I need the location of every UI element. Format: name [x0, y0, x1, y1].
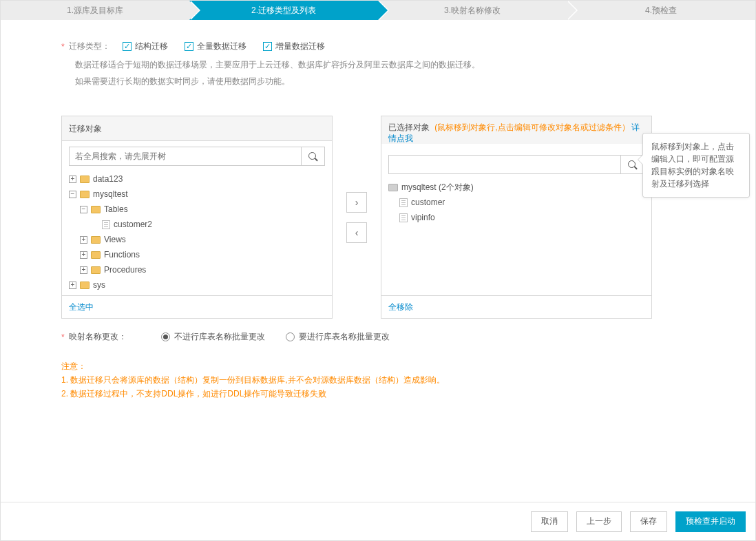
target-node-vipinfo[interactable]: vipinfo: [388, 210, 644, 225]
description-line-1: 数据迁移适合于短期的数据迁移场景，主要应用于上云迁移、数据库扩容拆分及阿里云数据…: [75, 58, 695, 72]
folder-icon: [91, 266, 101, 274]
move-left-button[interactable]: ‹: [346, 222, 367, 243]
step-3[interactable]: 3.映射名称修改: [378, 1, 567, 20]
search-icon: [628, 160, 637, 169]
footer-bar: 取消 上一步 保存 预检查并启动: [1, 502, 755, 540]
target-node-db[interactable]: mysqltest (2个对象): [388, 180, 644, 195]
expand-icon[interactable]: +: [80, 266, 87, 274]
rename-row: *映射名称更改： 不进行库表名称批量更改 要进行库表名称批量更改: [61, 331, 695, 343]
rename-label: 映射名称更改：: [69, 331, 127, 343]
target-panel-hint: (鼠标移到对象行,点击编辑可修改对象名或过滤条件）: [434, 123, 629, 132]
target-panel-title: 已选择对象: [388, 123, 430, 132]
required-mark: *: [61, 42, 65, 52]
check-icon: ✓: [123, 42, 132, 51]
check-icon: ✓: [185, 42, 193, 51]
folder-icon: [91, 236, 101, 244]
folder-icon: [91, 206, 101, 213]
radio-icon: [161, 332, 170, 341]
notice-line-2: 2. 数据迁移过程中，不支持DDL操作，如进行DDL操作可能导致迁移失败: [61, 387, 695, 401]
migration-type-label: 迁移类型：: [69, 41, 110, 52]
transfer-buttons: › ‹: [333, 116, 381, 319]
save-button[interactable]: 保存: [630, 511, 667, 532]
folder-icon: [80, 176, 90, 183]
expand-icon[interactable]: +: [69, 282, 76, 289]
remove-all-link[interactable]: 全移除: [388, 302, 413, 312]
checkbox-incremental[interactable]: ✓增量数据迁移: [263, 41, 325, 52]
radio-no-rename[interactable]: 不进行库表名称批量更改: [161, 331, 265, 343]
notice-title: 注意：: [61, 359, 695, 373]
step-2[interactable]: 2.迁移类型及列表: [189, 1, 378, 20]
radio-icon: [286, 332, 295, 341]
table-icon: [399, 213, 408, 222]
precheck-button[interactable]: 预检查并启动: [675, 511, 746, 532]
check-icon: ✓: [263, 42, 272, 51]
notice-line-1: 1. 数据迁移只会将源库的数据（结构）复制一份到目标数据库,并不会对源数据库数据…: [61, 373, 695, 387]
source-tree: +data123 −mysqltest −Tables customer2 +V…: [62, 171, 332, 295]
tree-node-sys[interactable]: +sys: [69, 277, 325, 293]
collapse-icon[interactable]: −: [69, 191, 76, 198]
notice-block: 注意： 1. 数据迁移只会将源库的数据（结构）复制一份到目标数据库,并不会对源数…: [61, 359, 695, 401]
tree-node-functions[interactable]: +Functions: [69, 247, 325, 262]
tree-node-views[interactable]: +Views: [69, 232, 325, 247]
search-icon: [308, 152, 317, 161]
source-search-input[interactable]: [70, 147, 301, 165]
expand-icon[interactable]: +: [80, 236, 87, 244]
prev-button[interactable]: 上一步: [576, 511, 622, 532]
expand-icon[interactable]: +: [69, 176, 76, 183]
collapse-icon[interactable]: −: [80, 206, 87, 213]
source-search: [69, 147, 325, 166]
checkbox-full[interactable]: ✓全量数据迁移: [185, 41, 246, 52]
target-tree: mysqltest (2个对象) customer vipinfo: [381, 180, 651, 295]
tree-node-tables[interactable]: −Tables: [69, 202, 325, 217]
expand-icon[interactable]: +: [80, 251, 87, 259]
folder-icon: [91, 251, 101, 259]
table-icon: [399, 198, 408, 207]
source-panel: 迁移对象 +data123 −mysqltest −Tables custome…: [61, 116, 333, 319]
source-search-button[interactable]: [301, 147, 324, 165]
migration-type-row: * 迁移类型： ✓结构迁移 ✓全量数据迁移 ✓增量数据迁移: [61, 41, 695, 52]
step-4[interactable]: 4.预检查: [567, 1, 755, 20]
radio-do-rename[interactable]: 要进行库表名称批量更改: [286, 331, 390, 343]
table-icon: [102, 220, 110, 229]
folder-icon: [388, 184, 398, 191]
tree-node-procedures[interactable]: +Procedures: [69, 262, 325, 277]
checkbox-structure[interactable]: ✓结构迁移: [123, 41, 168, 52]
target-search-input[interactable]: [389, 156, 620, 173]
folder-icon: [80, 282, 90, 289]
step-bar: 1.源库及目标库 2.迁移类型及列表 3.映射名称修改 4.预检查: [1, 1, 755, 20]
move-right-button[interactable]: ›: [346, 192, 367, 213]
target-node-customer[interactable]: customer: [388, 195, 644, 210]
tree-node-customer2[interactable]: customer2: [69, 217, 325, 232]
description-line-2: 如果需要进行长期的数据实时同步，请使用数据同步功能。: [75, 74, 695, 88]
folder-icon: [80, 191, 90, 198]
tooltip: 鼠标移到对象上，点击编辑入口，即可配置源跟目标实例的对象名映射及迁移列选择: [642, 133, 750, 198]
chevron-right-icon: ›: [355, 197, 359, 208]
source-panel-title: 迁移对象: [69, 116, 102, 141]
tree-node-data123[interactable]: +data123: [69, 171, 325, 187]
target-search: [388, 155, 644, 174]
required-mark: *: [61, 332, 65, 342]
select-all-link[interactable]: 全选中: [69, 302, 94, 312]
step-1[interactable]: 1.源库及目标库: [1, 1, 189, 20]
tree-node-mysqltest[interactable]: −mysqltest: [69, 187, 325, 202]
chevron-left-icon: ‹: [355, 227, 359, 238]
target-panel: 已选择对象 (鼠标移到对象行,点击编辑可修改对象名或过滤条件）详情点我 mysq…: [381, 116, 652, 319]
cancel-button[interactable]: 取消: [531, 511, 568, 532]
